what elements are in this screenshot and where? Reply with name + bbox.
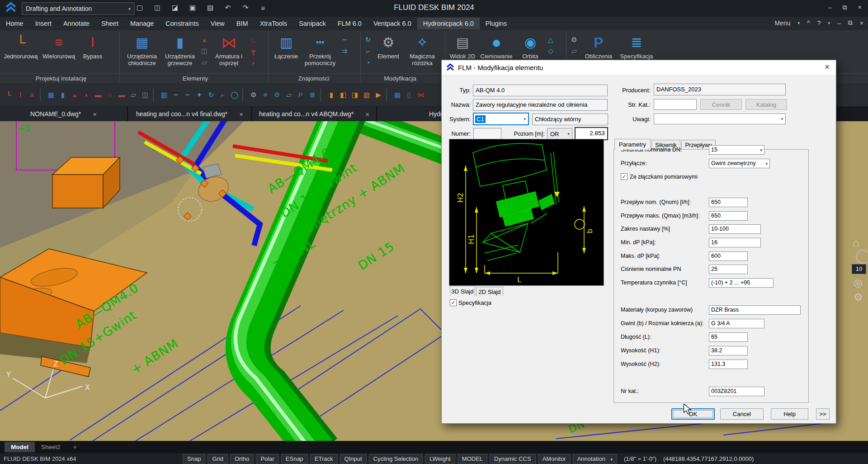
close-button[interactable]: × <box>860 19 863 27</box>
tab-ventpack[interactable]: Ventpack 6.0 <box>368 18 417 29</box>
copy-element-icon[interactable]: ◫ <box>199 46 209 56</box>
dialog-title-bar[interactable]: FLM - Modyfikacja elementu × <box>442 60 836 76</box>
bypass-icon[interactable]: Ⅰ <box>15 90 25 100</box>
button-jednorurowa[interactable]: └ Jednorurową <box>2 31 40 60</box>
min-dp-field[interactable]: 16 <box>709 238 761 247</box>
magic-select-icon[interactable]: ✦ <box>194 90 204 100</box>
toggle-dynamic-ccs[interactable]: Dynamic CCS <box>490 454 536 464</box>
tab-parametry[interactable]: Parametry <box>614 139 651 150</box>
help-button[interactable]: ? <box>817 19 821 27</box>
radiator-icon[interactable]: ▥ <box>159 90 169 100</box>
section-aux-icon[interactable]: ┉ <box>183 90 193 100</box>
button-bypass[interactable]: Ⅰ Bypass <box>78 31 108 60</box>
button-armatura[interactable]: ⋈ Armatura i osprzęt <box>210 31 248 66</box>
toggle-cycling-selection[interactable]: Cycling Selection <box>369 454 423 464</box>
single-pipe-icon[interactable]: └ <box>4 90 14 100</box>
find-2-icon[interactable]: ▦ <box>392 90 402 100</box>
tab-sheet[interactable]: Sheet <box>95 18 124 29</box>
catalog-number-field[interactable]: 003Z8201 <box>709 387 764 396</box>
copy-element-icon[interactable]: ◫ <box>140 90 150 100</box>
producent-field[interactable]: DANFOSS_2023 <box>654 84 786 95</box>
tab-2d-slajd[interactable]: 2D Slajd <box>476 287 503 296</box>
cube-icon[interactable]: ◇ <box>546 46 556 56</box>
tab-sheet2[interactable]: Sheet2 <box>35 442 67 452</box>
cabinet-icon[interactable]: ▮ <box>326 90 336 100</box>
expand-button[interactable]: >> <box>816 408 830 420</box>
pn-field[interactable]: 25 <box>709 265 748 274</box>
cooling-device-icon[interactable]: ▦ <box>46 90 56 100</box>
qnom-field[interactable]: 650 <box>709 198 748 207</box>
specification-icon[interactable]: ≣ <box>307 90 317 100</box>
button-element[interactable]: ⚙ Element <box>373 31 403 60</box>
heating-device-icon[interactable]: ▮ <box>58 90 68 100</box>
collapse-ribbon-button[interactable]: ^ <box>807 19 810 27</box>
valve-2-icon[interactable]: ⋈ <box>416 90 426 100</box>
element-box-icon[interactable]: ▱ <box>199 57 209 67</box>
numer-field[interactable] <box>473 128 501 140</box>
calculations-icon[interactable]: P <box>296 90 306 100</box>
toggle-grid[interactable]: Grid <box>208 454 228 464</box>
temperature-field[interactable]: (-10) + 2 ... +95 <box>709 278 774 288</box>
device-2-icon[interactable]: ▯ <box>404 90 414 100</box>
close-icon[interactable]: × <box>365 110 369 118</box>
toggle-snap[interactable]: Snap <box>183 454 205 464</box>
button-cieniowanie[interactable]: ● Cieniowanie <box>477 31 515 60</box>
add-layout-button[interactable]: + <box>67 442 83 452</box>
tab-xtratools[interactable]: XtraTools <box>254 18 293 29</box>
restore-button[interactable]: ⧉ <box>843 4 847 11</box>
doc-tab-heating-final[interactable]: heating and coo...n v4 final.dwg* × <box>128 107 252 121</box>
length-field[interactable]: 65 <box>709 332 748 342</box>
tab-hydronicpack[interactable]: Hydronicpack 6.0 <box>417 18 480 29</box>
magic-wand-icon[interactable]: ✧ <box>260 90 270 100</box>
extinguisher-icon[interactable]: ▴ <box>199 35 209 45</box>
nazwa-field[interactable]: Zawory regulacyjne niezależne od ciłnien… <box>473 99 608 111</box>
help-button[interactable]: Help <box>771 408 808 420</box>
close-icon[interactable]: × <box>239 110 243 118</box>
button-magiczna-rozdzka[interactable]: ✧ Magiczna różdżka <box>403 31 441 66</box>
poziom-ref-select[interactable]: OR ▾ <box>547 128 572 140</box>
typ-field[interactable]: AB-QM 4.0 <box>473 85 608 96</box>
wrench-settings-icon[interactable]: ⚙ <box>272 90 282 100</box>
ok-button[interactable]: OK <box>671 408 715 420</box>
close-icon[interactable]: × <box>93 110 97 118</box>
cabinet-grid-icon[interactable]: ▥ <box>362 90 372 100</box>
toggle-etrack[interactable]: ETrack <box>310 454 338 464</box>
button-przekroj[interactable]: ┅ Przekrój pomocniczy <box>301 31 339 66</box>
compass-icon[interactable]: ◎ <box>854 277 863 289</box>
settings-wrench-icon[interactable]: ⚙ <box>569 35 579 45</box>
tab-sanipack[interactable]: Sanipack <box>293 18 332 29</box>
button-widok-2d[interactable]: ▤ Widok 2D <box>448 31 477 60</box>
button-obliczenia[interactable]: P Obliczenia <box>580 31 618 60</box>
button-specyfikacja[interactable]: ≣ Specyfikacja <box>618 31 656 60</box>
pipe-joint-icon[interactable]: ▬ <box>93 90 103 100</box>
rotate-icon[interactable]: ↻ <box>206 90 216 100</box>
shapes-icon[interactable]: △ <box>546 35 556 45</box>
tab-flm[interactable]: FLM 6.0 <box>332 18 368 29</box>
section-line-icon[interactable]: ┉ <box>340 35 349 45</box>
pipe-bend-icon[interactable]: ⌐ <box>218 90 228 100</box>
pump-icon[interactable]: ◗ <box>81 90 91 100</box>
export-tool-icon[interactable]: ▱ <box>569 46 579 56</box>
close-icon[interactable]: × <box>825 62 830 72</box>
button-wielorurowa[interactable]: ≡ Wielorurową <box>40 31 78 60</box>
pipe-tee-icon[interactable]: ┳ <box>248 46 258 56</box>
wrench-icon[interactable]: ⚙ <box>249 90 259 100</box>
circle-tool-icon[interactable]: ◯ <box>230 90 240 100</box>
toggle-esnap[interactable]: ESnap <box>281 454 308 464</box>
toggle-amonitor[interactable]: AMonitor <box>538 454 571 464</box>
pipe-segment-icon[interactable]: ⌐ <box>363 46 373 56</box>
annotation-scale-select[interactable]: Annotation ▾ <box>573 454 617 464</box>
poziom-field[interactable]: 2.853 <box>575 127 608 140</box>
cabinet-x-icon[interactable]: ◨ <box>350 90 360 100</box>
cabinet-open-icon[interactable]: ◧ <box>338 90 348 100</box>
strkat-field[interactable] <box>654 99 697 110</box>
toggle-qinput[interactable]: QInput <box>340 454 367 464</box>
restore-button[interactable]: ⧉ <box>848 19 853 27</box>
home-view-icon[interactable]: ⌂ <box>853 237 859 249</box>
export-dwg-icon[interactable]: ▶ <box>373 90 383 100</box>
uwagi-select[interactable]: ▾ <box>654 114 786 124</box>
tab-model[interactable]: Model <box>5 442 35 452</box>
thread-size-field[interactable]: G 3/4 A <box>709 319 764 328</box>
tab-view[interactable]: View <box>205 18 231 29</box>
doc-tab-heating-abqm[interactable]: heating and co...n v4 ABQM.dwg* × <box>252 107 377 121</box>
